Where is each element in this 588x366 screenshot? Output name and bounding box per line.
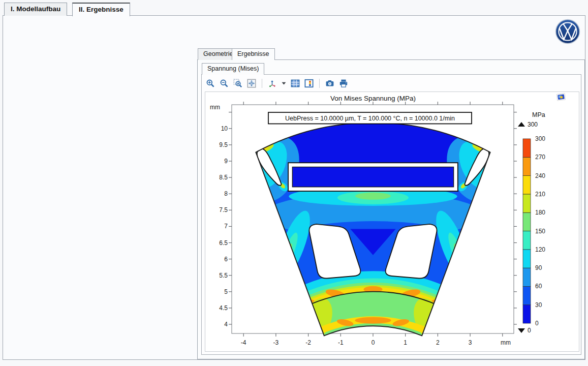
vw-logo bbox=[555, 19, 580, 44]
svg-text:5.5: 5.5 bbox=[219, 272, 228, 279]
svg-text:3: 3 bbox=[469, 339, 472, 346]
svg-text:270: 270 bbox=[535, 154, 545, 161]
svg-text:1: 1 bbox=[404, 339, 407, 346]
svg-text:-1: -1 bbox=[338, 339, 344, 346]
colorbar-over-label: 300 bbox=[528, 121, 538, 128]
svg-text:4: 4 bbox=[224, 321, 228, 328]
view-axes-dropdown-icon[interactable] bbox=[281, 78, 287, 88]
viewer-tab-ergebnisse[interactable]: Ergebnisse bbox=[232, 48, 275, 60]
svg-text:9: 9 bbox=[224, 158, 228, 165]
svg-text:6: 6 bbox=[224, 256, 228, 263]
svg-text:90: 90 bbox=[535, 264, 542, 271]
svg-text:180: 180 bbox=[535, 209, 545, 216]
colorbar-under-label: 0 bbox=[528, 327, 531, 334]
y-axis-unit-label: mm bbox=[210, 104, 220, 111]
magnet bbox=[292, 167, 453, 187]
snapshot-icon[interactable] bbox=[325, 78, 335, 88]
svg-text:60: 60 bbox=[535, 283, 542, 290]
svg-text:-3: -3 bbox=[273, 339, 279, 346]
svg-text:7: 7 bbox=[224, 223, 228, 230]
plot-title: Von Mises Spannung (MPa) bbox=[330, 95, 416, 102]
svg-text:9.5: 9.5 bbox=[219, 141, 228, 148]
svg-text:-2: -2 bbox=[305, 339, 311, 346]
svg-text:120: 120 bbox=[535, 246, 545, 253]
annotation-text: UebPress = 10.0000 µm, T = 100.000 °C, n… bbox=[285, 115, 455, 122]
svg-text:30: 30 bbox=[535, 301, 542, 309]
plot-tab-spannung-mises[interactable]: Spannung (Mises) bbox=[202, 63, 264, 75]
view-axes-icon[interactable] bbox=[267, 78, 277, 88]
svg-text:2: 2 bbox=[436, 339, 440, 346]
graphics-canvas[interactable]: Von Mises Spannung (MPa) mm -4-3-2-10123… bbox=[205, 92, 579, 352]
zoom-out-icon[interactable] bbox=[219, 78, 229, 88]
x-axis-unit-label: mm bbox=[501, 339, 511, 346]
zoom-in-icon[interactable] bbox=[205, 78, 215, 88]
svg-text:240: 240 bbox=[535, 172, 545, 179]
svg-text:4.5: 4.5 bbox=[219, 304, 228, 312]
toolbar-separator bbox=[262, 79, 262, 88]
svg-text:8.5: 8.5 bbox=[219, 174, 228, 181]
colorbar-over-marker-icon bbox=[518, 122, 525, 127]
color-legend-icon[interactable] bbox=[304, 78, 314, 88]
colorbar: 0306090120150180210240270300 bbox=[523, 135, 545, 327]
colorbar-unit-label: MPa bbox=[532, 111, 545, 118]
svg-text:0: 0 bbox=[535, 320, 539, 327]
svg-text:8: 8 bbox=[224, 190, 228, 197]
svg-text:0: 0 bbox=[372, 339, 375, 346]
plot-group-icon[interactable] bbox=[556, 94, 565, 101]
svg-text:6.5: 6.5 bbox=[219, 239, 228, 247]
svg-text:5: 5 bbox=[224, 288, 228, 295]
svg-text:7.5: 7.5 bbox=[219, 206, 228, 214]
print-icon[interactable] bbox=[338, 78, 349, 88]
graphics-toolbar bbox=[205, 77, 349, 90]
svg-text:10: 10 bbox=[221, 125, 228, 132]
zoom-extents-icon[interactable] bbox=[246, 78, 257, 88]
svg-text:210: 210 bbox=[535, 191, 545, 198]
svg-text:300: 300 bbox=[535, 135, 545, 142]
svg-text:-4: -4 bbox=[241, 339, 246, 346]
tab-ergebnisse[interactable]: II. Ergebnisse bbox=[72, 3, 130, 16]
zoom-box-icon[interactable] bbox=[233, 78, 243, 88]
tab-modellaufbau[interactable]: I. Modellaufbau bbox=[4, 3, 67, 16]
grid-icon[interactable] bbox=[290, 78, 300, 88]
colorbar-under-marker-icon bbox=[518, 328, 525, 333]
app-window: I. Modellaufbau II. Ergebnisse i Letzte … bbox=[0, 0, 588, 366]
svg-text:150: 150 bbox=[535, 228, 545, 235]
toolbar-separator bbox=[319, 79, 320, 88]
